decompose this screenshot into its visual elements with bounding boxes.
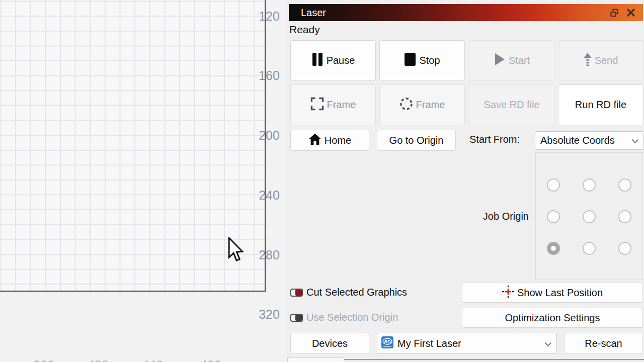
stop-button[interactable]: Stop bbox=[379, 40, 465, 80]
job-origin-radio[interactable] bbox=[583, 242, 596, 255]
job-origin-radio[interactable] bbox=[547, 210, 560, 223]
job-origin-radio[interactable] bbox=[583, 210, 596, 223]
frame-square-icon bbox=[310, 97, 324, 113]
dock-tabstrip bbox=[344, 360, 644, 362]
job-origin-radio[interactable] bbox=[618, 178, 631, 192]
optimization-settings-button[interactable]: Optimization Settings bbox=[462, 308, 643, 328]
mouse-cursor-icon bbox=[227, 237, 244, 264]
use-selection-origin-toggle[interactable] bbox=[290, 314, 303, 322]
ruler-tick-label: 160 bbox=[254, 68, 284, 83]
svg-text:RD: RD bbox=[384, 339, 391, 344]
job-origin-radio[interactable] bbox=[618, 242, 631, 255]
ruler-tick-label: 480 bbox=[196, 358, 226, 362]
devices-button[interactable]: Devices bbox=[290, 333, 369, 354]
panel-title: Laser bbox=[289, 7, 610, 19]
workspace-canvas: 120160200240280320360400440480 bbox=[0, 0, 287, 362]
chevron-down-icon bbox=[544, 338, 552, 349]
ruler-tick-label: 200 bbox=[254, 128, 284, 143]
device-select-dropdown[interactable]: RD My First Laser bbox=[377, 333, 557, 354]
ruler-tick-label: 240 bbox=[254, 188, 284, 203]
job-origin-grid bbox=[536, 169, 642, 264]
status-text: Ready bbox=[289, 24, 320, 36]
job-origin-radio[interactable] bbox=[618, 210, 631, 223]
job-origin-group bbox=[535, 152, 643, 280]
job-origin-radio[interactable] bbox=[547, 242, 560, 255]
go-to-origin-button[interactable]: Go to Origin bbox=[377, 130, 456, 151]
rescan-button[interactable]: Re-scan bbox=[564, 333, 643, 354]
pause-icon bbox=[311, 52, 324, 69]
start-from-label: Start From: bbox=[469, 134, 520, 145]
send-button[interactable]: Send bbox=[558, 40, 643, 80]
job-origin-radio[interactable] bbox=[547, 178, 560, 192]
ruler-tick-label: 120 bbox=[254, 9, 284, 24]
pause-button[interactable]: Pause bbox=[290, 40, 376, 80]
laser-panel-titlebar[interactable]: Laser bbox=[289, 4, 643, 21]
start-from-dropdown[interactable]: Absolute Coords bbox=[535, 131, 644, 150]
save-rd-file-button[interactable]: Save RD file bbox=[469, 84, 554, 125]
frame-square-button[interactable]: Frame bbox=[290, 84, 376, 125]
frame-circle-icon bbox=[399, 97, 413, 113]
toggle-knob bbox=[295, 315, 302, 321]
run-rd-file-button[interactable]: Run RD file bbox=[558, 84, 643, 125]
dock-tab-laser[interactable] bbox=[287, 357, 344, 362]
laser-panel: Laser Ready Pause Stop bbox=[287, 0, 644, 362]
ruida-rd-logo-icon: RD bbox=[381, 336, 394, 351]
ruler-tick-label: 440 bbox=[137, 358, 168, 362]
ruler-tick-label: 320 bbox=[254, 307, 284, 322]
ruler-tick-label: 280 bbox=[254, 248, 284, 262]
ruler-tick-label: 400 bbox=[83, 358, 113, 362]
cut-selected-label: Cut Selected Graphics bbox=[306, 287, 407, 298]
show-last-position-button[interactable]: Show Last Position bbox=[462, 283, 643, 303]
start-button[interactable]: Start bbox=[469, 40, 554, 80]
home-icon bbox=[308, 133, 321, 148]
send-icon bbox=[584, 53, 592, 68]
start-icon bbox=[494, 53, 506, 68]
crosshair-position-icon bbox=[502, 286, 514, 300]
job-origin-label: Job Origin bbox=[428, 211, 529, 222]
frame-circle-button[interactable]: Frame bbox=[379, 84, 465, 125]
use-selection-origin-label: Use Selection Origin bbox=[306, 312, 398, 323]
close-icon[interactable] bbox=[626, 8, 635, 17]
home-button[interactable]: Home bbox=[290, 130, 369, 151]
stop-icon bbox=[404, 52, 416, 69]
float-window-icon[interactable] bbox=[610, 8, 619, 17]
toggle-knob bbox=[295, 290, 302, 296]
job-origin-radio[interactable] bbox=[583, 178, 596, 192]
ruler-tick-label: 360 bbox=[29, 358, 59, 362]
cut-selected-toggle[interactable] bbox=[290, 289, 303, 297]
chevron-down-icon bbox=[631, 135, 639, 146]
work-area-grid[interactable] bbox=[0, 0, 266, 292]
